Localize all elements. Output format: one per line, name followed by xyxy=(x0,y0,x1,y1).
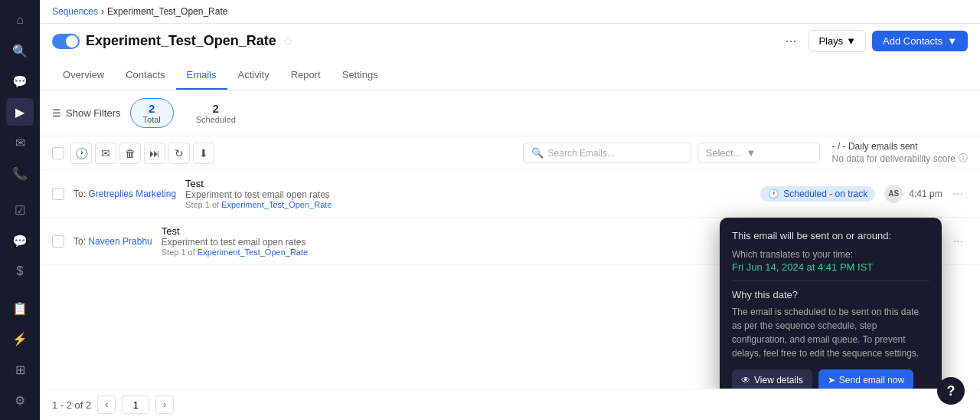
more-options-button[interactable]: ··· xyxy=(779,30,802,52)
tab-emails[interactable]: Emails xyxy=(176,61,227,90)
scheduled-tooltip: This email will be sent on or around: Wh… xyxy=(720,218,942,389)
grid-icon[interactable]: ⊞ xyxy=(6,356,34,383)
email-subject-2: Test xyxy=(162,225,752,237)
email-to-1: To: Gretreplies Marketing xyxy=(74,189,176,199)
email-body-2: Test Experiment to test email open rates… xyxy=(162,225,752,257)
email-step-2: Step 1 of Experiment_Test_Open_Rate xyxy=(162,248,752,257)
filter-icon: ☰ xyxy=(52,107,61,119)
search-placeholder: Search Emails... xyxy=(548,148,615,159)
chat-icon[interactable]: 💬 xyxy=(6,67,34,95)
contact-link-1[interactable]: Gretreplies Marketing xyxy=(88,189,176,199)
send-now-label: Send email now xyxy=(839,375,904,386)
skip-icon[interactable]: ⏭ xyxy=(144,143,165,164)
row-more-1[interactable]: ··· xyxy=(949,185,968,202)
filter-scheduled[interactable]: 2 Scheduled xyxy=(183,98,249,128)
scheduled-count: 2 xyxy=(213,102,219,115)
filter-select[interactable]: Select... ▼ xyxy=(697,143,820,163)
settings-icon[interactable]: ⚙ xyxy=(6,386,34,414)
search-emails-box[interactable]: 🔍 Search Emails... xyxy=(523,143,691,163)
tooltip-divider xyxy=(732,281,929,281)
add-contacts-chevron-icon: ▼ xyxy=(947,35,957,47)
contact-link-2[interactable]: Naveen Prabhu xyxy=(88,236,152,247)
email-preview-2: Experiment to test email open rates xyxy=(162,237,752,248)
email-list: To: Gretreplies Marketing Test Experimen… xyxy=(40,170,980,389)
select-placeholder: Select... xyxy=(706,147,742,159)
email-subject-1: Test xyxy=(185,178,751,189)
main-content: Sequences › Experiment_Test_Open_Rate Ex… xyxy=(40,0,980,420)
page-number-input[interactable] xyxy=(122,395,149,414)
breadcrumb-separator: › xyxy=(101,6,104,17)
add-contacts-label: Add Contacts xyxy=(883,35,942,47)
row-more-2[interactable]: ··· xyxy=(949,233,968,250)
delete-icon[interactable]: 🗑 xyxy=(119,143,141,164)
pagination: 1 - 2 of 2 ‹ › xyxy=(40,389,980,420)
eye-icon: 👁 xyxy=(741,375,750,386)
email-meta-1: AS 4:41 pm ··· xyxy=(884,185,968,203)
email-icon[interactable]: ✉ xyxy=(6,129,34,156)
download-icon[interactable]: ⬇ xyxy=(193,143,214,164)
revenue-icon[interactable]: $ xyxy=(6,258,34,285)
sequences-icon[interactable]: ▶ xyxy=(6,98,34,126)
scheduled-label: Scheduled xyxy=(196,115,236,124)
snooze-icon[interactable]: 🕐 xyxy=(70,143,92,164)
phone-icon[interactable]: 📞 xyxy=(6,159,34,187)
email-row[interactable]: To: Gretreplies Marketing Test Experimen… xyxy=(40,170,980,218)
help-button[interactable]: ? xyxy=(937,377,965,405)
lightning-icon[interactable]: ⚡ xyxy=(6,325,34,353)
tab-settings[interactable]: Settings xyxy=(332,61,389,90)
page-title: Experiment_Test_Open_Rate xyxy=(86,33,276,49)
breadcrumb-parent[interactable]: Sequences xyxy=(52,6,98,17)
prev-page-button[interactable]: ‹ xyxy=(97,395,116,414)
scheduled-badge-1[interactable]: 🕐 Scheduled - on track xyxy=(760,186,875,202)
refresh-icon[interactable]: ↻ xyxy=(168,143,190,164)
tab-overview[interactable]: Overview xyxy=(52,61,115,90)
home-icon[interactable]: ⌂ xyxy=(6,6,34,34)
email-compose-icon[interactable]: ✉ xyxy=(95,143,116,164)
deliverability-score: No data for deliverability score ⓘ xyxy=(832,152,968,165)
next-page-button[interactable]: › xyxy=(155,395,174,414)
row-checkbox-1[interactable] xyxy=(52,188,64,200)
step-link-1[interactable]: Experiment_Test_Open_Rate xyxy=(221,200,332,209)
email-step-1: Step 1 of Experiment_Test_Open_Rate xyxy=(185,200,751,209)
tooltip-translates: Which translates to your time: Fri Jun 1… xyxy=(732,249,929,273)
send-icon: ➤ xyxy=(828,375,835,386)
show-filters-label: Show Filters xyxy=(66,107,121,119)
send-email-now-button[interactable]: ➤ Send email now xyxy=(818,369,913,389)
row-checkbox-2[interactable] xyxy=(52,235,64,248)
page-title-row: Experiment_Test_Open_Rate ☆ ··· Plays ▼ … xyxy=(40,24,980,58)
favorite-icon[interactable]: ☆ xyxy=(283,34,293,48)
plays-chevron-icon: ▼ xyxy=(846,35,856,47)
reports-icon[interactable]: 📋 xyxy=(6,294,34,322)
tooltip-why-text: The email is scheduled to be sent on thi… xyxy=(732,305,929,360)
header-actions: ··· Plays ▼ Add Contacts ▼ xyxy=(779,30,968,52)
show-filters-button[interactable]: ☰ Show Filters xyxy=(52,107,121,119)
plays-button[interactable]: Plays ▼ xyxy=(808,30,866,52)
search-icon[interactable]: 🔍 xyxy=(6,37,34,64)
add-contacts-button[interactable]: Add Contacts ▼ xyxy=(872,31,968,51)
tasks-icon[interactable]: ☑ xyxy=(6,196,34,224)
email-row-2[interactable]: To: Naveen Prabhu Test Experiment to tes… xyxy=(40,218,980,265)
daily-emails-sent: - / - Daily emails sent xyxy=(832,141,968,152)
sequence-toggle[interactable] xyxy=(52,34,80,49)
tab-activity[interactable]: Activity xyxy=(227,61,280,90)
tab-report[interactable]: Report xyxy=(280,61,332,90)
email-time-1: 4:41 pm xyxy=(909,189,942,199)
tooltip-date: Fri Jun 14, 2024 at 4:41 PM IST xyxy=(732,261,929,273)
tooltip-title: This email will be sent on or around: xyxy=(732,230,929,241)
badge-label-1: Scheduled - on track xyxy=(783,189,867,199)
select-all-checkbox[interactable] xyxy=(52,147,64,159)
tab-contacts[interactable]: Contacts xyxy=(115,61,175,90)
breadcrumb: Sequences › Experiment_Test_Open_Rate xyxy=(52,6,227,17)
tooltip-translates-label: Which translates to your time: xyxy=(732,249,929,260)
total-label: Total xyxy=(143,115,161,124)
email-toolbar: 🕐 ✉ 🗑 ⏭ ↻ ⬇ 🔍 Search Emails... Select...… xyxy=(40,136,980,170)
messages-icon[interactable]: 💬 xyxy=(6,227,34,254)
deliverability-info: - / - Daily emails sent No data for deli… xyxy=(832,141,968,165)
step-link-2[interactable]: Experiment_Test_Open_Rate xyxy=(198,248,308,257)
filter-total[interactable]: 2 Total xyxy=(130,98,174,128)
total-count: 2 xyxy=(149,102,155,115)
email-to-2: To: Naveen Prabhu xyxy=(74,236,152,247)
info-icon: ⓘ xyxy=(959,152,968,165)
plays-label: Plays xyxy=(818,35,843,47)
view-details-button[interactable]: 👁 View details xyxy=(732,369,812,389)
